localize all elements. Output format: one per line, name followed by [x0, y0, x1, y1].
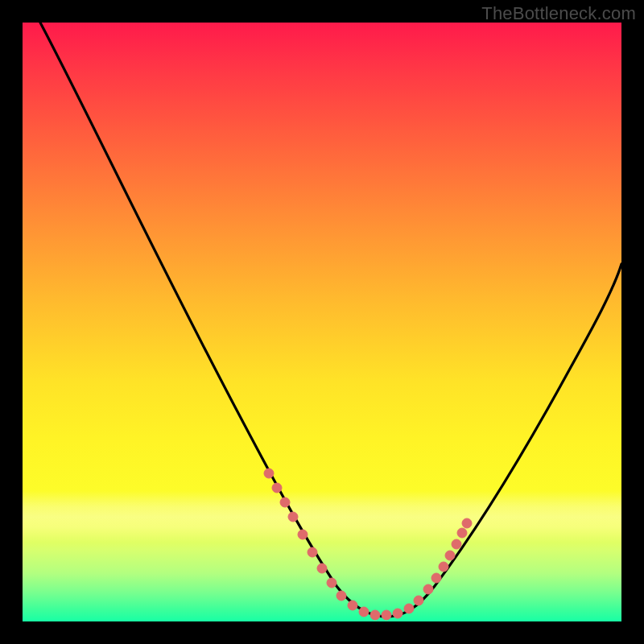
marker-dots-group — [264, 469, 472, 620]
bottleneck-curve-path — [40, 23, 621, 617]
chart-frame: TheBottleneck.com — [0, 0, 644, 644]
svg-point-19 — [445, 551, 455, 560]
svg-point-7 — [327, 578, 336, 588]
svg-point-17 — [431, 573, 441, 583]
svg-point-14 — [404, 604, 414, 613]
highlight-band — [23, 491, 621, 543]
svg-point-8 — [336, 591, 346, 601]
svg-point-9 — [348, 601, 357, 610]
watermark-text: TheBottleneck.com — [481, 3, 636, 24]
svg-point-21 — [457, 528, 467, 538]
plot-area — [23, 23, 621, 621]
svg-point-4 — [298, 530, 308, 539]
svg-point-12 — [382, 610, 391, 620]
svg-point-15 — [414, 596, 423, 605]
svg-point-3 — [288, 512, 298, 522]
svg-point-6 — [317, 564, 327, 573]
svg-point-1 — [272, 483, 282, 493]
svg-point-10 — [359, 607, 369, 617]
svg-point-11 — [370, 610, 380, 620]
svg-point-20 — [452, 539, 461, 549]
curve-svg — [23, 23, 621, 621]
svg-point-2 — [280, 497, 290, 507]
svg-point-0 — [264, 469, 274, 478]
svg-point-18 — [439, 562, 448, 572]
svg-point-16 — [423, 584, 433, 594]
svg-point-22 — [462, 518, 472, 528]
svg-point-5 — [308, 547, 317, 557]
svg-point-13 — [393, 609, 402, 618]
